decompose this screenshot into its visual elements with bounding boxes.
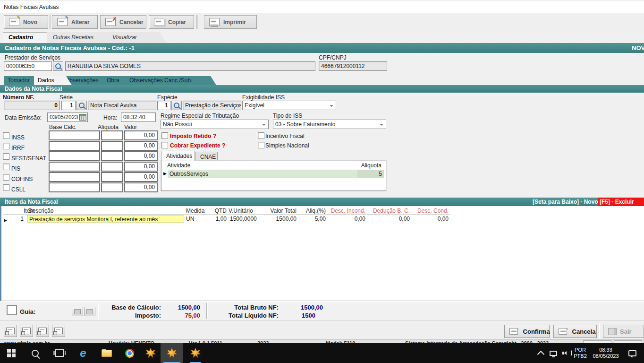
simples-nacional-checkbox[interactable] [258, 142, 264, 148]
cofins-valor-input[interactable]: 0,00 [124, 172, 158, 182]
bottom-action-bar: ✓ Confirma ✗ Cancela Sair [0, 320, 644, 340]
base-calc-header: Base Cálc. [49, 124, 76, 130]
confirma-button[interactable]: ✓ Confirma [504, 325, 550, 338]
incentivo-fiscal-label: Incentivo Fiscal [265, 133, 305, 139]
cancela-button[interactable]: ✗ Cancela [553, 325, 597, 338]
regime-select[interactable]: Não Possui [161, 120, 269, 129]
item-row[interactable]: ▶ 1 Prestação de serviços Monitora I, re… [0, 215, 644, 223]
csll-checkbox[interactable] [3, 184, 9, 191]
separator [98, 303, 99, 319]
item-qtd: 1,00 [210, 215, 227, 223]
clock[interactable]: 08:33 08/05/2023 [590, 343, 621, 363]
col-valor-total: Valor Total [262, 207, 297, 215]
inner-tab-strip: Tomador Dados Observações Obra Observaçõ… [0, 76, 644, 85]
guia-print-button[interactable] [84, 307, 95, 316]
imprimir-icon [209, 18, 220, 26]
network-tray-icon[interactable] [547, 343, 560, 363]
nav-prev-button[interactable] [20, 325, 33, 337]
taskbar-file-explorer[interactable] [98, 343, 115, 363]
tab-observacoes-canc[interactable]: Observações Canc./Sub. [126, 76, 216, 85]
tipo-iss-select[interactable]: 03 - Sobre Faturamento [273, 120, 386, 129]
irrf-aliquota-input[interactable] [101, 141, 123, 151]
col-qtd: QTD [210, 207, 227, 215]
incentivo-fiscal-checkbox[interactable] [258, 132, 264, 139]
cofins-aliquota-input[interactable] [101, 172, 123, 182]
col-aliq: Aliq.(%) [298, 207, 326, 215]
inss-base-input[interactable] [49, 130, 100, 140]
guia-checkbox[interactable] [7, 305, 17, 315]
inss-aliquota-input[interactable] [101, 130, 123, 140]
tab-visualizar[interactable]: Visualizar [107, 32, 166, 43]
header-underline [3, 214, 450, 215]
imposto-retido-checkbox[interactable] [161, 132, 168, 139]
taskbar-app-3[interactable] [185, 343, 206, 363]
hora-input[interactable]: 08:32:40 [121, 112, 156, 122]
calendar-icon[interactable] [79, 114, 86, 121]
pis-valor-input[interactable]: 0,00 [124, 162, 158, 172]
task-view-button[interactable] [51, 343, 68, 363]
atividade-row[interactable]: ▶ OutrosServiços 5 [162, 170, 385, 178]
pis-base-input[interactable] [49, 162, 100, 172]
copiar-label: Copiar [168, 19, 186, 26]
sest-senat-checkbox[interactable] [3, 153, 9, 160]
csll-valor-input[interactable]: 0,00 [124, 182, 158, 192]
sair-button[interactable]: Sair [603, 325, 644, 338]
tab-cnae[interactable]: CNAE [195, 152, 218, 161]
nav-last-button[interactable] [52, 325, 65, 337]
guia-view-button[interactable] [72, 307, 83, 316]
window-title: Notas Fiscais Avulsas [4, 4, 59, 10]
irrf-base-input[interactable] [49, 141, 100, 151]
taskbar-search-button[interactable] [26, 343, 43, 363]
csll-base-input[interactable] [49, 182, 100, 192]
inss-valor-input[interactable]: 0,00 [124, 130, 158, 140]
search-icon [79, 103, 85, 108]
folder-icon [102, 350, 112, 357]
totals-panel: Guia: Base de Cálculo: 1500,00 Imposto: … [0, 301, 644, 321]
sest-senat-valor-input[interactable]: 0,00 [124, 151, 158, 161]
sest-senat-base-input[interactable] [49, 151, 100, 161]
inss-checkbox[interactable] [3, 132, 9, 139]
alterar-button[interactable]: Alterar [52, 15, 98, 29]
taskbar-chrome[interactable] [121, 343, 138, 363]
numero-nf-input[interactable]: 0 [4, 101, 60, 110]
exigibilidade-select[interactable]: Exigível [242, 101, 336, 110]
language-indicator[interactable]: POR PTB2 [570, 343, 590, 363]
pis-checkbox[interactable] [3, 164, 9, 170]
main-toolbar: Novo Alterar Cancelar Copiar Imprimir [0, 13, 644, 32]
taskbar-app-2-active[interactable] [161, 343, 183, 363]
serie-search-button[interactable] [76, 101, 87, 110]
nav-first-button[interactable] [4, 325, 17, 337]
nav-next-button[interactable] [36, 325, 49, 337]
especie-search-button[interactable] [171, 101, 182, 110]
especie-input[interactable]: 1 [157, 101, 170, 110]
taskbar-app-1[interactable] [142, 343, 160, 363]
nav-first-icon [6, 328, 15, 334]
tray-expand-button[interactable] [534, 343, 547, 363]
copiar-button[interactable]: Copiar [149, 15, 194, 29]
taskbar-ie[interactable]: e [75, 343, 92, 363]
chrome-icon [125, 349, 134, 358]
irrf-valor-input[interactable]: 0,00 [124, 141, 158, 151]
pis-aliquota-input[interactable] [101, 162, 123, 172]
item-descricao: Prestação de serviços Monitora I, refere… [27, 215, 184, 223]
base-calculo-label: Base de Cálculo: [101, 304, 161, 311]
tab-dados[interactable]: Dados [34, 76, 72, 85]
sest-senat-aliquota-input[interactable] [101, 151, 123, 161]
start-button[interactable] [3, 343, 20, 363]
tab-atividades[interactable]: Atividades [161, 151, 195, 161]
tipo-iss-label: Tipo de ISS [273, 112, 302, 119]
csll-aliquota-input[interactable] [101, 182, 123, 192]
cofins-base-input[interactable] [49, 172, 100, 182]
irrf-checkbox[interactable] [3, 143, 9, 149]
imprimir-button[interactable]: Imprimir [204, 15, 257, 29]
action-center-button[interactable] [624, 343, 640, 363]
cofins-checkbox[interactable] [3, 174, 9, 181]
prestador-search-button[interactable] [53, 61, 63, 71]
cancelar-button[interactable]: Cancelar [100, 15, 146, 29]
serie-input[interactable]: 1 [61, 101, 76, 110]
cobrar-expediente-checkbox[interactable] [161, 142, 168, 148]
prestador-code-input[interactable]: 000006350 [4, 61, 52, 71]
itens-section-header: Itens da Nota Fiscal [Seta para Baixo] -… [0, 198, 644, 206]
novo-button[interactable]: Novo [4, 15, 48, 29]
app-icon [145, 348, 156, 358]
